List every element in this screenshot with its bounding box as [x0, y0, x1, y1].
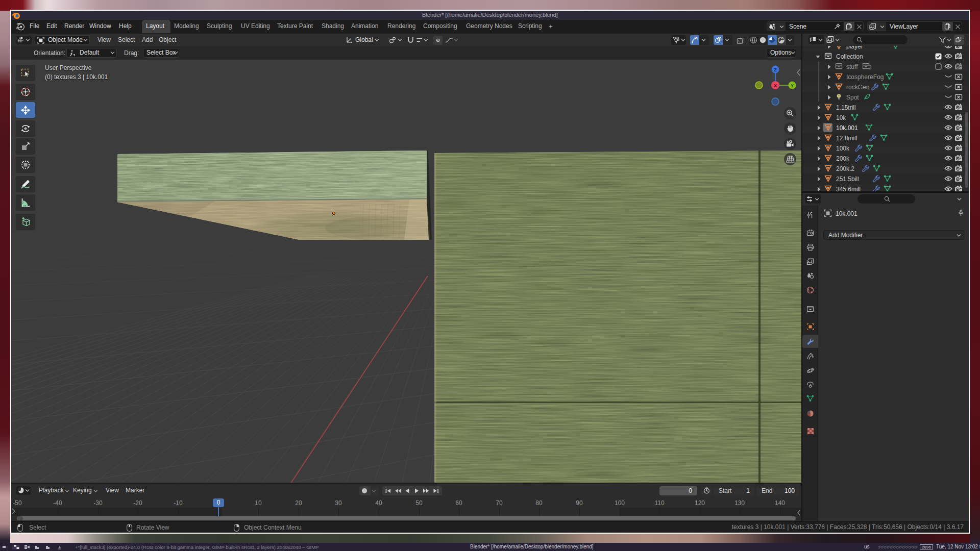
svg-text:X: X [774, 83, 777, 88]
svg-text:Z: Z [774, 67, 777, 72]
svg-text:Y: Y [791, 83, 794, 88]
